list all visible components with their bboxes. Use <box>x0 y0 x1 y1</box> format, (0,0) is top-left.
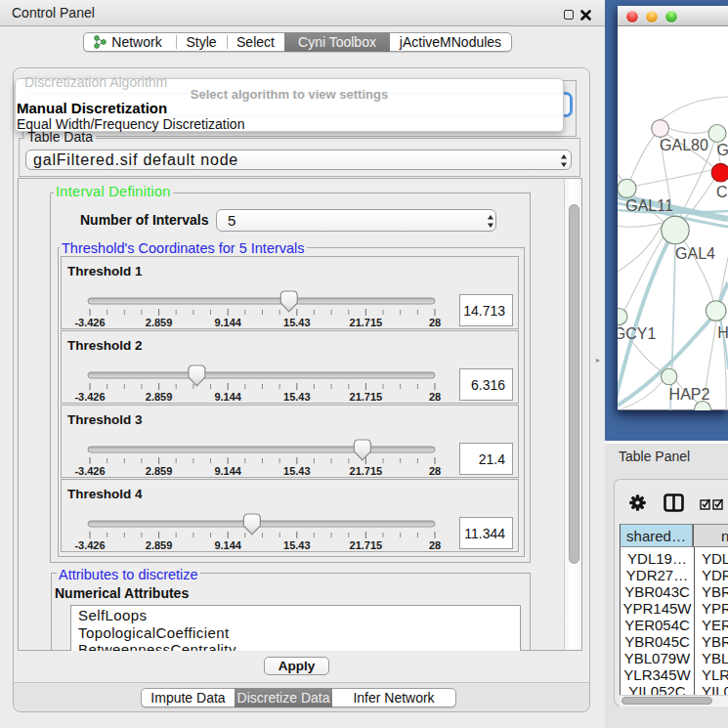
svg-text:9.144: 9.144 <box>214 317 241 328</box>
svg-text:15.43: 15.43 <box>283 465 311 477</box>
svg-text:2.859: 2.859 <box>146 391 173 403</box>
svg-text:CY: CY <box>716 184 728 200</box>
svg-text:21.715: 21.715 <box>350 317 383 328</box>
svg-text:GAL80: GAL80 <box>660 137 708 153</box>
svg-text:-3.426: -3.426 <box>74 539 105 551</box>
svg-text:21.715: 21.715 <box>350 391 383 403</box>
svg-text:15.43: 15.43 <box>283 391 311 403</box>
svg-text:21.715: 21.715 <box>350 465 383 477</box>
svg-text:9.144: 9.144 <box>214 391 241 403</box>
svg-text:28: 28 <box>429 465 441 477</box>
svg-text:GAL11: GAL11 <box>625 197 673 214</box>
svg-text:2.859: 2.859 <box>146 317 173 328</box>
svg-text:28: 28 <box>429 539 441 551</box>
svg-text:GCY1: GCY1 <box>618 325 656 342</box>
svg-text:-3.426: -3.426 <box>74 391 105 403</box>
svg-text:2.859: 2.859 <box>146 539 173 551</box>
svg-text:9.144: 9.144 <box>214 465 241 477</box>
svg-text:28: 28 <box>429 391 441 403</box>
svg-text:H: H <box>717 324 728 341</box>
svg-text:28: 28 <box>429 317 441 328</box>
svg-text:GA: GA <box>717 142 728 158</box>
svg-text:-3.426: -3.426 <box>74 317 105 328</box>
svg-text:9.144: 9.144 <box>214 539 241 551</box>
svg-text:2.859: 2.859 <box>146 465 173 477</box>
svg-text:15.43: 15.43 <box>283 539 311 551</box>
svg-text:GAL4: GAL4 <box>675 245 715 262</box>
svg-text:-3.426: -3.426 <box>74 465 105 477</box>
svg-text:HAP2: HAP2 <box>669 386 710 403</box>
svg-text:21.715: 21.715 <box>350 539 383 551</box>
svg-text:15.43: 15.43 <box>283 317 311 328</box>
